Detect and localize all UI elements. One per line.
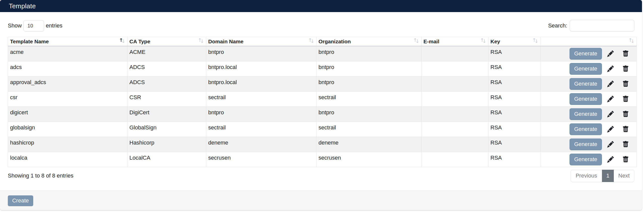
- sort-arrows-icon: ↑↓: [413, 38, 418, 43]
- cell-ca-type: ACME: [127, 46, 206, 61]
- cell-template-name: digicert: [8, 107, 127, 122]
- panel-body: Show entries Search: Template Name ↑↓ CA: [0, 12, 642, 191]
- generate-button[interactable]: Generate: [569, 108, 602, 120]
- table-controls: Show entries Search:: [8, 20, 634, 31]
- generate-button[interactable]: Generate: [569, 123, 602, 135]
- cell-actions: Generate: [541, 107, 637, 122]
- cell-organization: bntpro: [316, 76, 421, 91]
- edit-pencil-icon[interactable]: [607, 65, 614, 72]
- table-wrap: Template Name ↑↓ CA Type ↑↓ Domain Name …: [8, 37, 634, 167]
- cell-key: RSA: [488, 137, 541, 152]
- cell-ca-type: LocalCA: [127, 152, 206, 167]
- sort-arrows-icon: ↑↓: [532, 38, 537, 43]
- table-row: hashicrop Hashicorp deneme deneme RSA Ge…: [8, 137, 637, 152]
- page-title: Template: [9, 2, 36, 10]
- edit-pencil-icon[interactable]: [607, 126, 614, 132]
- cell-template-name: hashicrop: [8, 137, 127, 152]
- sort-arrows-icon: ↑↓: [628, 38, 633, 43]
- row-actions: Generate: [541, 77, 636, 91]
- edit-pencil-icon[interactable]: [607, 156, 614, 163]
- cell-key: RSA: [488, 76, 541, 91]
- table-row: globalsign GlobalSign sectrail sectrail …: [8, 122, 637, 137]
- column-label: Template Name: [10, 39, 49, 44]
- cell-email: [421, 91, 488, 107]
- column-header[interactable]: E-mail ↑↓: [421, 37, 488, 46]
- generate-button[interactable]: Generate: [569, 93, 602, 105]
- next-page-button[interactable]: Next: [614, 170, 634, 182]
- search-label: Search:: [548, 22, 567, 29]
- cell-key: RSA: [488, 152, 541, 167]
- column-header[interactable]: Key ↑↓: [488, 37, 541, 46]
- cell-ca-type: ADCS: [127, 76, 206, 91]
- column-header[interactable]: Domain Name ↑↓: [206, 37, 316, 46]
- column-header[interactable]: ↑↓: [541, 37, 637, 46]
- generate-button[interactable]: Generate: [569, 63, 602, 75]
- column-label: Organization: [318, 39, 351, 44]
- cell-email: [421, 107, 488, 122]
- current-page-button[interactable]: 1: [602, 170, 614, 182]
- create-button[interactable]: Create: [8, 195, 33, 206]
- cell-actions: Generate: [541, 46, 637, 61]
- search-input[interactable]: [570, 20, 634, 31]
- table-row: digicert DigiCert bntpro bntpro RSA Gene…: [8, 107, 637, 122]
- column-header[interactable]: Template Name ↑↓: [8, 37, 127, 46]
- cell-domain-name: bntpro.local: [206, 76, 316, 91]
- table-row: acme ACME bntpro bntpro RSA Generate: [8, 46, 637, 61]
- row-actions: Generate: [541, 46, 636, 61]
- cell-organization: sectrail: [316, 91, 421, 107]
- templates-table: Template Name ↑↓ CA Type ↑↓ Domain Name …: [8, 37, 637, 167]
- edit-pencil-icon[interactable]: [607, 141, 614, 148]
- column-header[interactable]: Organization ↑↓: [316, 37, 421, 46]
- cell-actions: Generate: [541, 91, 637, 107]
- row-actions: Generate: [541, 92, 636, 107]
- delete-trash-icon[interactable]: [622, 96, 629, 102]
- column-label: CA Type: [129, 39, 150, 44]
- cell-ca-type: DigiCert: [127, 107, 206, 122]
- cell-email: [421, 122, 488, 137]
- delete-trash-icon[interactable]: [622, 65, 629, 72]
- cell-domain-name: secrusen: [206, 152, 316, 167]
- row-actions: Generate: [541, 152, 636, 167]
- header-row: Template Name ↑↓ CA Type ↑↓ Domain Name …: [8, 37, 637, 46]
- cell-email: [421, 76, 488, 91]
- column-header[interactable]: CA Type ↑↓: [127, 37, 206, 46]
- entries-count-input[interactable]: [23, 20, 44, 31]
- previous-page-button[interactable]: Previous: [570, 170, 602, 182]
- cell-actions: Generate: [541, 122, 637, 137]
- edit-pencil-icon[interactable]: [607, 111, 614, 117]
- cell-actions: Generate: [541, 152, 637, 167]
- cell-domain-name: deneme: [206, 137, 316, 152]
- delete-trash-icon[interactable]: [622, 50, 629, 57]
- table-row: csr CSR sectrail sectrail RSA Generate: [8, 91, 637, 107]
- generate-button[interactable]: Generate: [569, 48, 602, 60]
- cell-ca-type: Hashicorp: [127, 137, 206, 152]
- delete-trash-icon[interactable]: [622, 141, 629, 148]
- panel-footer: Create: [0, 191, 642, 210]
- search-control: Search:: [548, 20, 634, 31]
- column-label: Domain Name: [208, 39, 243, 44]
- sort-arrows-icon: ↑↓: [480, 38, 485, 43]
- edit-pencil-icon[interactable]: [607, 96, 614, 102]
- row-actions: Generate: [541, 107, 636, 122]
- cell-domain-name: sectrail: [206, 91, 316, 107]
- delete-trash-icon[interactable]: [622, 81, 629, 87]
- cell-email: [421, 152, 488, 167]
- delete-trash-icon[interactable]: [622, 156, 629, 163]
- edit-pencil-icon[interactable]: [607, 50, 614, 57]
- table-row: adcs ADCS bntpro.local bntpro RSA Genera…: [8, 61, 637, 76]
- generate-button[interactable]: Generate: [569, 78, 602, 90]
- cell-actions: Generate: [541, 61, 637, 76]
- delete-trash-icon[interactable]: [622, 126, 629, 132]
- generate-button[interactable]: Generate: [569, 138, 602, 150]
- table-info-row: Showing 1 to 8 of 8 entries Previous 1 N…: [8, 170, 634, 182]
- delete-trash-icon[interactable]: [622, 111, 629, 117]
- cell-email: [421, 46, 488, 61]
- cell-template-name: localca: [8, 152, 127, 167]
- cell-key: RSA: [488, 91, 541, 107]
- cell-domain-name: bntpro: [206, 46, 316, 61]
- edit-pencil-icon[interactable]: [607, 81, 614, 87]
- row-actions: Generate: [541, 122, 636, 137]
- table-row: localca LocalCA secrusen secrusen RSA Ge…: [8, 152, 637, 167]
- generate-button[interactable]: Generate: [569, 154, 602, 165]
- entries-summary: Showing 1 to 8 of 8 entries: [8, 172, 74, 179]
